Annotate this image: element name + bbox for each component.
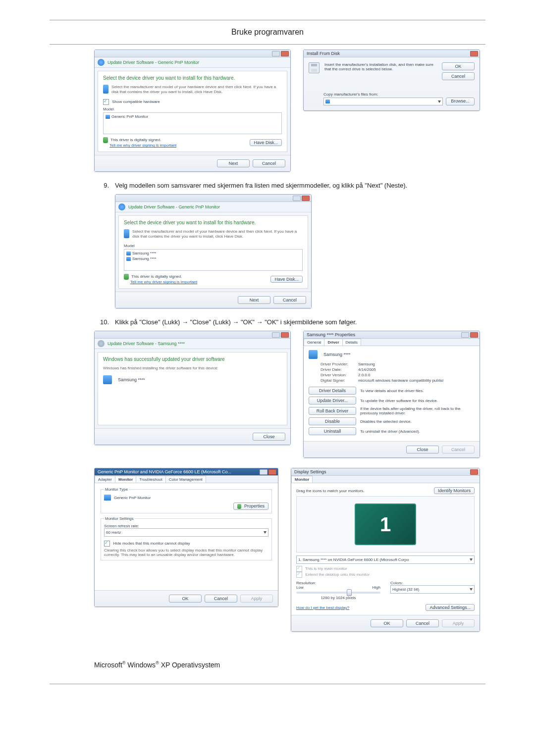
device-properties-dialog: Samsung **** Properties General Driver D… (303, 331, 480, 458)
close-button[interactable]: Close (253, 433, 285, 441)
tab-details[interactable]: Details (342, 339, 361, 346)
update-success-dialog: Update Driver Software - Samsung **** Wi… (94, 331, 291, 445)
close-icon[interactable] (268, 469, 276, 475)
model-item-label: Samsung **** (132, 251, 156, 256)
refresh-rate-select[interactable]: 60 Hertz (104, 528, 268, 537)
cancel-button[interactable]: Cancel (253, 159, 285, 167)
rollback-button[interactable]: Roll Back Driver (309, 407, 356, 415)
help-icon[interactable] (461, 332, 469, 338)
list-item[interactable]: Samsung **** (126, 251, 300, 256)
monitor-type-group: Monitor Type (104, 487, 129, 492)
close-icon[interactable] (470, 332, 478, 338)
step-10-number: 10. (94, 318, 109, 326)
list-item[interactable]: Generic PnP Monitor (106, 114, 279, 119)
advanced-settings-button[interactable]: Advanced Settings... (426, 604, 475, 611)
signing-link[interactable]: Tell me why driver signing is important (109, 143, 176, 148)
monitor-preview[interactable]: 1 (355, 504, 416, 545)
tab-color-management[interactable]: Color Management (165, 476, 206, 483)
crumb-text: Update Driver Software - Generic PnP Mon… (107, 60, 199, 65)
driver-icon (124, 229, 129, 238)
ok-button[interactable]: OK (442, 62, 475, 70)
close-icon[interactable] (281, 51, 289, 56)
drive-icon (325, 100, 330, 103)
res-high: High (373, 585, 380, 590)
have-disk-button[interactable]: Have Disk... (250, 139, 282, 146)
ok-button[interactable]: OK (169, 595, 202, 603)
monitor-select-value: 1. Samsung **** on NVIDIA GeForce 6600 L… (298, 557, 409, 562)
close-icon[interactable] (281, 332, 289, 338)
monitor-select[interactable]: 1. Samsung **** on NVIDIA GeForce 6600 L… (296, 555, 475, 564)
monitor-settings-group: Monitor Settings (104, 516, 135, 521)
min-icon[interactable] (272, 51, 280, 56)
monitor-icon (309, 350, 318, 359)
next-button[interactable]: Next (238, 296, 270, 304)
signing-link[interactable]: Tell me why driver signing is important (130, 280, 197, 284)
list-item[interactable]: Samsung **** (126, 256, 300, 261)
tab-monitor[interactable]: Monitor (115, 476, 136, 483)
min-icon[interactable] (272, 332, 280, 338)
hide-modes-checkbox[interactable] (104, 541, 110, 547)
dialog-title: Display Settings (294, 469, 326, 474)
best-display-link[interactable]: How do I get the best display? (296, 605, 349, 610)
next-button[interactable]: Next (217, 159, 250, 167)
driver-details-button[interactable]: Driver Details (309, 387, 356, 395)
model-header: Model (103, 107, 282, 111)
resolution-value: 1280 by 1024 pixels (296, 596, 380, 600)
apply-button: Apply (442, 619, 475, 627)
model-list[interactable]: Generic PnP Monitor (103, 112, 282, 134)
back-icon[interactable] (118, 203, 125, 210)
chevron-down-icon (264, 531, 267, 534)
back-icon[interactable] (98, 59, 105, 66)
crumb-text: Update Driver Software - Generic PnP Mon… (128, 204, 220, 209)
close-icon[interactable] (302, 196, 310, 201)
resolution-slider[interactable] (296, 592, 380, 594)
page-title: Bruke programvaren (0, 20, 535, 44)
colors-select[interactable]: Highest (32 bit) (390, 585, 475, 594)
signed-info: This driver is digitally signed. Tell me… (124, 274, 197, 284)
identify-monitors-button[interactable]: Identify Monitors (434, 487, 475, 494)
compat-checkbox[interactable] (103, 99, 109, 105)
titlebar: Samsung **** Properties (304, 331, 480, 339)
browse-button[interactable]: Browse... (446, 98, 475, 105)
model-item-label: Samsung **** (132, 256, 156, 261)
signed-info: This driver is digitally signed. Tell me… (103, 137, 176, 148)
update-driver-button[interactable]: Update Driver... (309, 397, 356, 404)
path-input[interactable] (323, 98, 443, 105)
cancel-button[interactable]: Cancel (273, 296, 306, 304)
close-icon[interactable] (470, 469, 478, 475)
cancel-button[interactable]: Cancel (406, 619, 439, 627)
properties-label: Properties (244, 504, 265, 508)
close-icon[interactable] (470, 51, 478, 56)
cancel-button[interactable]: Cancel (442, 72, 475, 80)
monitor-icon (106, 115, 110, 119)
ok-button[interactable]: OK (371, 619, 403, 627)
monitor-icon (126, 257, 131, 261)
dialog-message: Insert the manufacturer's installation d… (324, 62, 437, 71)
tab-troubleshoot[interactable]: Troubleshoot (136, 476, 165, 483)
display-settings-dialog: Display Settings Monitor Drag the icons … (291, 468, 480, 632)
tab-driver[interactable]: Driver (324, 339, 342, 346)
disable-button[interactable]: Disable (309, 417, 356, 425)
model-list[interactable]: Samsung **** Samsung **** (124, 249, 303, 271)
compat-label: Show compatible hardware (112, 100, 160, 104)
titlebar: Install From Disk (304, 50, 480, 57)
close-button[interactable]: Close (406, 446, 439, 454)
titlebar: Generic PnP Monitor and NVIDIA GeForce 6… (95, 468, 278, 476)
tab-general[interactable]: General (304, 339, 324, 346)
tab-monitor[interactable]: Monitor (291, 476, 313, 483)
slider-thumb[interactable] (347, 589, 352, 596)
wizard-subtext: Select the manufacturer and model of you… (132, 229, 303, 239)
properties-button[interactable]: Properties (233, 503, 268, 510)
res-low: Low (296, 585, 304, 590)
wizard-heading: Select the device driver you want to ins… (124, 220, 303, 225)
tab-adapter[interactable]: Adapter (95, 476, 115, 483)
dialog-title: Generic PnP Monitor and NVIDIA GeForce 6… (98, 469, 231, 474)
uninstall-button[interactable]: Uninstall (309, 427, 356, 435)
chevron-down-icon[interactable] (438, 101, 441, 103)
have-disk-button[interactable]: Have Disk... (270, 276, 303, 283)
min-icon[interactable] (293, 196, 301, 201)
shield-icon (237, 504, 241, 509)
cancel-button[interactable]: Cancel (205, 595, 237, 603)
help-icon[interactable] (260, 469, 268, 475)
copy-from-label: Copy manufacturer's files from: (323, 92, 475, 97)
